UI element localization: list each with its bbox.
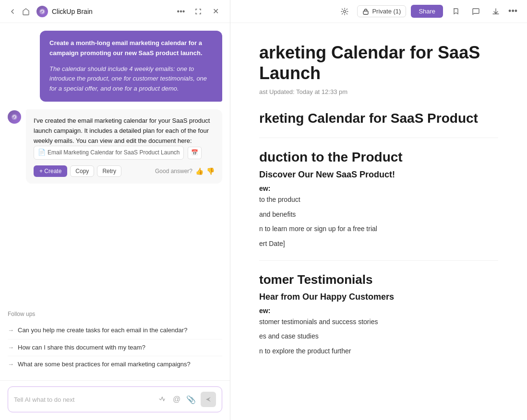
section1-line3: n to learn more or sign up for a free tr… — [259, 223, 498, 234]
at-icon[interactable]: @ — [171, 394, 182, 405]
back-icon[interactable] — [8, 7, 17, 16]
section1-line4: ert Date] — [259, 238, 498, 249]
svg-rect-3 — [363, 11, 368, 14]
doc-more-options[interactable]: ••• — [508, 6, 517, 16]
svg-point-1 — [12, 114, 17, 120]
followup-arrow-3: → — [8, 361, 14, 368]
ai-bubble: I've created the email marketing calenda… — [26, 109, 222, 184]
ai-avatar — [8, 110, 21, 124]
user-main-text: Create a month-long email marketing cale… — [49, 38, 213, 58]
header-left: ClickUp Brain — [8, 6, 93, 17]
download-icon[interactable] — [488, 4, 503, 19]
user-sub-text: The calendar should include 4 weekly ema… — [49, 64, 213, 94]
section2-overview-label: ew: — [259, 307, 498, 315]
nav-icons — [8, 7, 31, 16]
followups-section: Follow ups → Can you help me create task… — [0, 311, 230, 380]
left-panel: ClickUp Brain ••• ✕ Create a month-long … — [0, 0, 230, 420]
action-row: + Create Copy Retry Good answer? 👍 👎 — [34, 165, 215, 177]
followup-item-2[interactable]: → How can I share this document with my … — [8, 339, 222, 356]
good-answer-section: Good answer? 👍 👎 — [155, 167, 215, 175]
settings-icon[interactable] — [337, 4, 352, 19]
doc-title: arketing Calendar for SaaS Launch — [259, 42, 498, 83]
home-icon[interactable] — [21, 7, 31, 16]
section1-heading: duction to the Product — [259, 150, 498, 165]
close-icon[interactable]: ✕ — [209, 5, 222, 18]
svg-point-0 — [39, 9, 45, 14]
input-area: @ 📎 — [0, 380, 230, 420]
followup-text-2: How can I share this document with my te… — [18, 343, 145, 352]
thumbs-down-icon[interactable]: 👎 — [206, 167, 215, 175]
followup-arrow-2: → — [8, 344, 14, 351]
doc-content: arketing Calendar for SaaS Launch ast Up… — [230, 23, 527, 420]
private-badge[interactable]: Private (1) — [357, 5, 406, 17]
section2-line3: n to explore the product further — [259, 346, 498, 356]
followup-item-1[interactable]: → Can you help me create tasks for each … — [8, 322, 222, 339]
input-box: @ 📎 — [8, 386, 222, 412]
mention-people-icon[interactable] — [156, 394, 168, 405]
more-options-icon[interactable]: ••• — [174, 5, 188, 18]
section1-line1: to the product — [259, 194, 498, 205]
header-right: ••• ✕ — [174, 5, 222, 18]
panel-header: ClickUp Brain ••• ✕ — [0, 0, 230, 23]
share-button[interactable]: Share — [411, 5, 443, 18]
right-panel: Private (1) Share ••• arketing Calendar … — [230, 0, 527, 420]
doc-emoji: 📄 — [38, 148, 46, 158]
user-message: Create a month-long email marketing cale… — [40, 31, 222, 102]
copy-button[interactable]: Copy — [70, 165, 94, 177]
send-button[interactable] — [201, 392, 216, 407]
section2-subheading: Hear from Our Happy Customers — [259, 292, 498, 302]
section1-overview-label: ew: — [259, 185, 498, 192]
bookmark-icon[interactable] — [448, 4, 463, 19]
doc-meta: ast Updated: Today at 12:33 pm — [259, 88, 498, 95]
section1-line2: and benefits — [259, 209, 498, 220]
ai-pre-text: I've created the email marketing calenda… — [34, 116, 215, 160]
expand-icon[interactable] — [192, 5, 205, 18]
comment-icon[interactable] — [468, 4, 483, 19]
section2-line1: stomer testimonials and success stories — [259, 316, 498, 327]
thumbs-up-icon[interactable]: 👍 — [195, 167, 204, 175]
doc-section-title: rketing Calendar for SaaS Product — [259, 111, 498, 126]
doc-toolbar: Private (1) Share ••• — [230, 0, 527, 23]
create-button[interactable]: + Create — [34, 165, 67, 177]
followup-text-1: Can you help me create tasks for each em… — [18, 326, 187, 335]
doc-link[interactable]: 📄 Email Marketing Calendar for SaaS Prod… — [34, 146, 184, 160]
divider-2 — [259, 260, 498, 261]
panel-title: ClickUp Brain — [52, 8, 93, 15]
followups-label: Follow ups — [8, 311, 222, 317]
chat-area: Create a month-long email marketing cale… — [0, 23, 230, 311]
svg-point-2 — [344, 10, 346, 12]
section2-line2: es and case studies — [259, 331, 498, 341]
chat-input[interactable] — [14, 396, 153, 403]
calendar-emoji: 📅 — [188, 147, 202, 159]
input-icons: @ 📎 — [156, 394, 197, 405]
divider-1 — [259, 138, 498, 138]
retry-button[interactable]: Retry — [97, 165, 121, 177]
followup-arrow-1: → — [8, 327, 14, 334]
section2-heading: tomer Testimonials — [259, 272, 498, 287]
ai-response: I've created the email marketing calenda… — [8, 109, 222, 184]
followup-text-3: What are some best practices for email m… — [18, 360, 191, 369]
section1-subheading: Discover Our New SaaS Product! — [259, 170, 498, 180]
brain-logo — [36, 6, 48, 17]
attach-icon[interactable]: 📎 — [185, 394, 197, 405]
private-label: Private (1) — [372, 8, 401, 15]
followup-item-3[interactable]: → What are some best practices for email… — [8, 356, 222, 373]
